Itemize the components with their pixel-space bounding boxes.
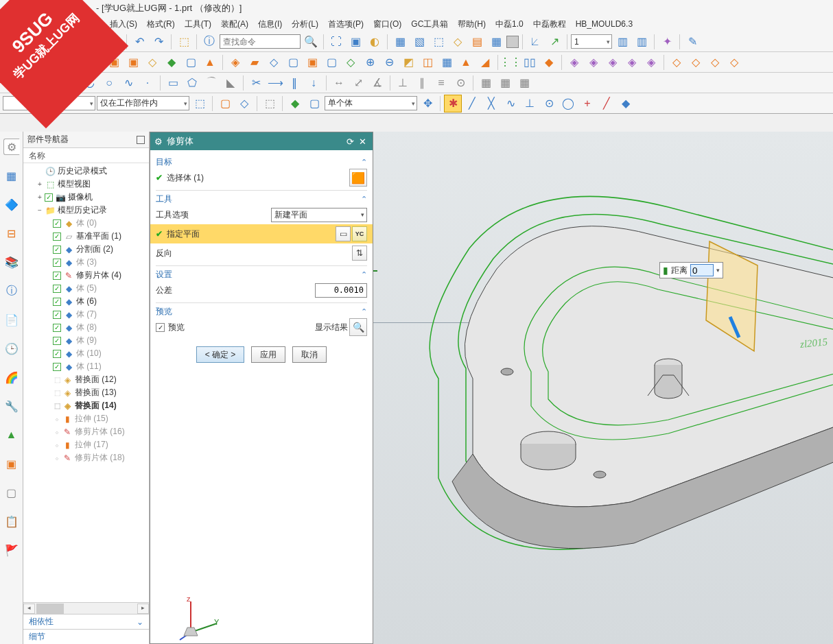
sel4-icon[interactable]: ⬚ <box>261 95 279 112</box>
plane-dialog-icon[interactable]: ▭ <box>336 226 351 241</box>
menu-item[interactable]: 工具(T) <box>180 17 215 32</box>
unite-icon[interactable]: ⊕ <box>361 53 379 71</box>
section-tool[interactable]: 工具⌃ <box>156 190 367 205</box>
tree-row[interactable]: ✓◆体 (6) <box>23 295 149 308</box>
menu-item[interactable]: GC工具箱 <box>407 17 452 32</box>
sel6-icon[interactable]: ▢ <box>305 95 323 112</box>
tree-row[interactable]: ⬦▮拉伸 (17) <box>23 438 149 451</box>
sync4-icon[interactable]: ◈ <box>623 53 641 71</box>
nav-tab-icon[interactable]: ⚙ <box>3 139 20 155</box>
entity-combo[interactable]: 单个体 <box>325 96 417 110</box>
pattern-icon[interactable]: ⋮⋮ <box>502 53 519 71</box>
pin-icon[interactable]: ⟳ <box>344 136 356 147</box>
gear-icon[interactable]: ⚙ <box>154 136 163 147</box>
3d-viewport[interactable]: zl2015 ▮ 距离 <box>373 132 833 644</box>
select-body-label[interactable]: 选择体 (1) <box>167 172 204 184</box>
preview-checkbox[interactable]: ✓ <box>156 323 165 332</box>
reverse-button[interactable]: ⇅ <box>352 246 367 261</box>
trim-icon[interactable]: ◩ <box>399 53 417 71</box>
tree-row[interactable]: ✓✎修剪片体 (4) <box>23 269 149 282</box>
snap-curve-icon[interactable]: ∿ <box>502 95 519 112</box>
snap-pt-icon[interactable]: + <box>578 95 596 112</box>
asm-tab-icon[interactable]: ▦ <box>3 167 20 184</box>
con3-icon[interactable]: ≡ <box>432 74 450 92</box>
nav-hscroll[interactable]: ◂▸ <box>23 602 149 614</box>
snap-perp-icon[interactable]: ⊥ <box>521 95 539 112</box>
command-search-input[interactable] <box>220 34 301 49</box>
menu-item[interactable]: 首选项(P) <box>324 17 368 32</box>
poly-icon[interactable]: ⬠ <box>183 74 201 92</box>
menu-item[interactable]: 中磊教程 <box>529 17 570 32</box>
shade2-icon[interactable]: ▧ <box>410 33 428 51</box>
opt-tab-icon[interactable]: 🔧 <box>3 398 20 414</box>
con4-icon[interactable]: ⊙ <box>451 74 469 92</box>
op3-icon[interactable]: ▣ <box>303 53 321 71</box>
surf1-icon[interactable]: ◇ <box>668 53 685 71</box>
nav-tree[interactable]: 🕒历史记录模式+⬚模型视图+✓📷摄像机−📁模型历史记录✓◆体 (0)✓▱基准平面… <box>23 163 149 602</box>
tree-row[interactable]: +⬚模型视图 <box>23 178 149 191</box>
snap-int-icon[interactable]: ╳ <box>482 95 500 112</box>
sel3-icon[interactable]: ◇ <box>235 95 253 112</box>
tool-option-select[interactable]: 新建平面 <box>271 208 367 222</box>
feat4-icon[interactable]: ▢ <box>182 53 200 71</box>
cancel-button[interactable]: 取消 <box>292 346 327 363</box>
blank-tab-icon[interactable]: ▢ <box>3 484 20 501</box>
shade3-icon[interactable]: ▦ <box>487 33 505 51</box>
snap-mid-icon[interactable]: ╱ <box>463 95 481 112</box>
edit-icon[interactable]: ✎ <box>683 33 701 51</box>
reuse-tab-icon[interactable]: ⊟ <box>3 225 20 241</box>
menu-item[interactable]: 窗口(O) <box>369 17 406 32</box>
circle-icon[interactable]: ○ <box>100 74 118 92</box>
mfg-tab-icon[interactable]: ▣ <box>3 455 20 472</box>
color-swatch[interactable] <box>506 36 519 48</box>
distance-float-input[interactable]: ▮ 距离 <box>659 262 723 278</box>
snap-ctr-icon[interactable]: ⊙ <box>540 95 558 112</box>
sync3-icon[interactable]: ◈ <box>604 53 622 71</box>
wire-icon[interactable]: ⬚ <box>430 33 447 51</box>
tree-row[interactable]: ⬚◈替换面 (12) <box>23 373 149 386</box>
op4-icon[interactable]: ▢ <box>322 53 340 71</box>
spline-icon[interactable]: ∿ <box>119 74 137 92</box>
undo-icon[interactable]: ↶ <box>130 33 148 51</box>
menu-item[interactable]: 装配(A) <box>217 17 253 32</box>
last-tab-icon[interactable]: 🚩 <box>3 542 20 558</box>
sk3-icon[interactable]: ▦ <box>515 74 533 92</box>
feat1-icon[interactable]: ▣ <box>124 53 142 71</box>
tree-row[interactable]: ⬦✎修剪片体 (18) <box>23 451 149 464</box>
num-combo[interactable]: 1 <box>571 34 612 49</box>
tree-row[interactable]: ⬚◈替换面 (13) <box>23 386 149 399</box>
yc-plane-icon[interactable]: YC <box>352 226 367 241</box>
tree-row[interactable]: −📁模型历史记录 <box>23 204 149 217</box>
l1-icon[interactable]: ▥ <box>613 33 631 51</box>
loft-icon[interactable]: ▰ <box>246 53 263 71</box>
menu-item[interactable]: 中磊1.0 <box>491 17 528 32</box>
section-preview[interactable]: 预览⌃ <box>156 302 367 318</box>
sync5-icon[interactable]: ◈ <box>642 53 660 71</box>
op7-icon[interactable]: ▲ <box>457 53 475 71</box>
point-icon[interactable]: · <box>139 74 156 92</box>
dim3-icon[interactable]: ∡ <box>368 74 386 92</box>
apply-button[interactable]: 应用 <box>251 346 285 363</box>
section-settings[interactable]: 设置⌃ <box>156 265 367 281</box>
zoom-icon[interactable]: ▣ <box>347 33 364 51</box>
snap-face-icon[interactable]: ◆ <box>617 95 635 112</box>
tree-row[interactable]: ✓▱基准平面 (1) <box>23 230 149 243</box>
op5-icon[interactable]: ◇ <box>342 53 360 71</box>
sim-tab-icon[interactable]: 🌈 <box>3 369 20 385</box>
info-icon[interactable]: ⓘ <box>200 33 218 51</box>
con2-icon[interactable]: ∥ <box>413 74 431 92</box>
chamfer-icon[interactable]: ◣ <box>222 74 239 92</box>
hd3d-tab-icon[interactable]: ⓘ <box>3 283 20 299</box>
ie-tab-icon[interactable]: 📄 <box>3 311 20 328</box>
tolerance-input[interactable] <box>315 283 367 298</box>
nav-pin-icon[interactable] <box>137 136 145 144</box>
sweep-icon[interactable]: ◈ <box>226 53 244 71</box>
redo-icon[interactable]: ↷ <box>150 33 167 51</box>
menu-item[interactable]: 帮助(H) <box>454 17 490 32</box>
op6-icon[interactable]: ▦ <box>438 53 456 71</box>
distance-value-input[interactable] <box>690 264 714 276</box>
surf2-icon[interactable]: ◇ <box>687 53 705 71</box>
role-tab-icon[interactable]: 📚 <box>3 254 20 270</box>
sk2-icon[interactable]: ▦ <box>496 74 514 92</box>
csys-icon[interactable]: ✦ <box>658 33 676 51</box>
